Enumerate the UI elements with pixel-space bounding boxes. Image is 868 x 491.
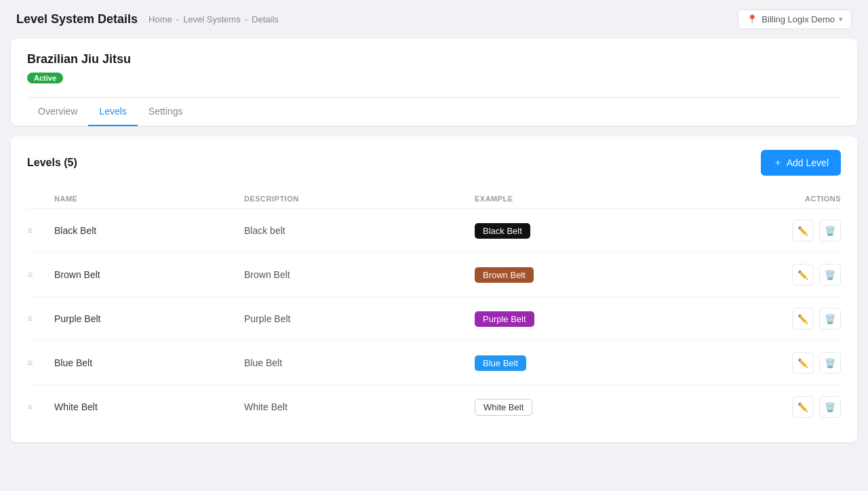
actions-cell: ✏️ 🗑️ (651, 396, 841, 418)
row-name: Black Belt (54, 225, 244, 236)
header-left: Level System Details Home - Level System… (16, 12, 279, 26)
table-row: ≡ Black Belt Black belt Black Belt ✏️ 🗑️ (27, 209, 841, 253)
row-example: Black Belt (475, 223, 651, 239)
levels-section: Levels (5) ＋ Add Level NAME DESCRIPTION … (11, 136, 857, 442)
breadcrumb-level-systems: Level Systems (183, 14, 241, 24)
row-name: Brown Belt (54, 269, 244, 280)
drag-handle[interactable]: ≡ (27, 401, 54, 412)
table-row: ≡ Brown Belt Brown Belt Brown Belt ✏️ 🗑️ (27, 253, 841, 297)
breadcrumb: Home - Level Systems - Details (149, 14, 279, 24)
actions-cell: ✏️ 🗑️ (651, 308, 841, 330)
levels-header: Levels (5) ＋ Add Level (27, 150, 841, 176)
example-badge: Black Belt (475, 223, 530, 239)
example-badge: Brown Belt (475, 267, 534, 283)
example-badge: White Belt (475, 399, 532, 416)
actions-cell: ✏️ 🗑️ (651, 220, 841, 241)
org-name: Billing Logix Demo (762, 14, 835, 24)
actions-cell: ✏️ 🗑️ (651, 352, 841, 374)
col-drag (27, 195, 54, 203)
table-row: ≡ White Belt White Belt White Belt ✏️ 🗑️ (27, 385, 841, 429)
row-example: Brown Belt (475, 267, 651, 283)
drag-handle[interactable]: ≡ (27, 269, 54, 280)
status-badge: Active (27, 73, 63, 83)
row-description: Black belt (244, 225, 475, 236)
chevron-down-icon: ▾ (839, 15, 843, 24)
breadcrumb-home: Home (149, 14, 172, 24)
col-description: DESCRIPTION (244, 195, 475, 203)
row-example: Purple Belt (475, 311, 651, 327)
drag-handle[interactable]: ≡ (27, 357, 54, 368)
system-name: Brazilian Jiu Jitsu (27, 52, 841, 66)
table-row: ≡ Blue Belt Blue Belt Blue Belt ✏️ 🗑️ (27, 341, 841, 385)
row-description: Brown Belt (244, 269, 475, 280)
edit-button[interactable]: ✏️ (792, 264, 814, 286)
delete-button[interactable]: 🗑️ (819, 308, 841, 330)
tab-levels[interactable]: Levels (88, 98, 137, 126)
row-name: Purple Belt (54, 313, 244, 324)
tab-settings[interactable]: Settings (138, 98, 194, 126)
add-level-button[interactable]: ＋ Add Level (761, 150, 841, 176)
breadcrumb-sep-2: - (245, 14, 248, 24)
col-actions: ACTIONS (651, 195, 841, 203)
breadcrumb-sep-1: - (176, 14, 179, 24)
table-header: NAME DESCRIPTION EXAMPLE ACTIONS (27, 189, 841, 209)
table-body: ≡ Black Belt Black belt Black Belt ✏️ 🗑️… (27, 209, 841, 429)
row-name: White Belt (54, 401, 244, 412)
edit-button[interactable]: ✏️ (792, 396, 814, 418)
example-badge: Purple Belt (475, 311, 534, 327)
plus-icon: ＋ (773, 157, 783, 169)
edit-button[interactable]: ✏️ (792, 220, 814, 241)
delete-button[interactable]: 🗑️ (819, 352, 841, 374)
add-level-label: Add Level (787, 157, 829, 168)
levels-title: Levels (5) (27, 157, 77, 169)
col-example: EXAMPLE (475, 195, 651, 203)
delete-button[interactable]: 🗑️ (819, 264, 841, 286)
row-description: Blue Belt (244, 357, 475, 368)
tab-overview[interactable]: Overview (27, 98, 88, 126)
actions-cell: ✏️ 🗑️ (651, 264, 841, 286)
drag-handle[interactable]: ≡ (27, 225, 54, 236)
row-description: Purple Belt (244, 313, 475, 324)
edit-button[interactable]: ✏️ (792, 352, 814, 374)
row-example: White Belt (475, 399, 651, 416)
col-name: NAME (54, 195, 244, 203)
row-example: Blue Belt (475, 355, 651, 371)
delete-button[interactable]: 🗑️ (819, 220, 841, 241)
row-name: Blue Belt (54, 357, 244, 368)
org-selector[interactable]: 📍 Billing Logix Demo ▾ (738, 9, 852, 29)
system-card: Brazilian Jiu Jitsu Active Overview Leve… (11, 39, 857, 125)
tabs-nav: Overview Levels Settings (27, 97, 841, 125)
row-description: White Belt (244, 401, 475, 412)
pin-icon: 📍 (747, 14, 757, 24)
page-title: Level System Details (16, 12, 138, 26)
table-row: ≡ Purple Belt Purple Belt Purple Belt ✏️… (27, 297, 841, 341)
delete-button[interactable]: 🗑️ (819, 396, 841, 418)
example-badge: Blue Belt (475, 355, 526, 371)
edit-button[interactable]: ✏️ (792, 308, 814, 330)
drag-handle[interactable]: ≡ (27, 313, 54, 324)
breadcrumb-details: Details (252, 14, 279, 24)
top-header: Level System Details Home - Level System… (0, 0, 868, 39)
